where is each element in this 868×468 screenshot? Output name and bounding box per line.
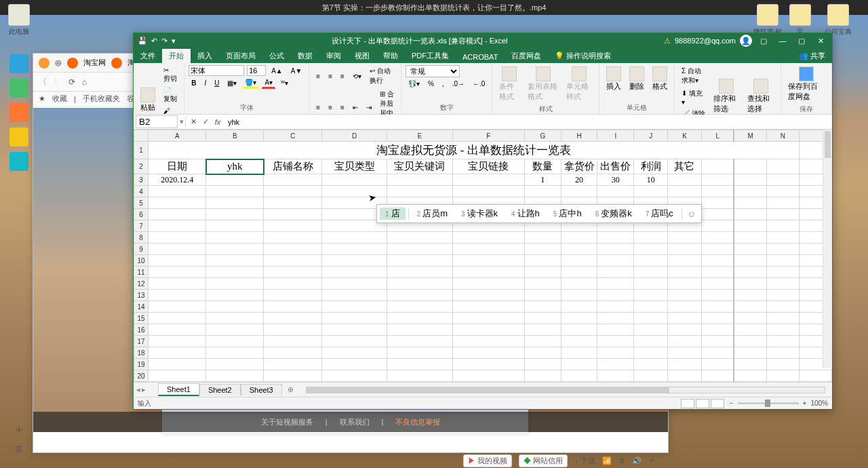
row-header[interactable]: 14 — [134, 301, 149, 313]
cell[interactable] — [734, 186, 766, 197]
ime-emoji-icon[interactable]: ☺ — [685, 209, 698, 219]
cell[interactable] — [264, 255, 322, 267]
cell[interactable] — [561, 359, 597, 370]
cell[interactable] — [452, 243, 524, 255]
ime-candidate[interactable]: 6变频器k — [590, 208, 637, 220]
cell[interactable] — [734, 313, 766, 324]
zoom-slider[interactable] — [738, 402, 799, 404]
row-header[interactable]: 8 — [134, 232, 149, 243]
cond-format-button[interactable]: 条件格式 — [496, 65, 522, 103]
cell[interactable] — [206, 209, 264, 220]
cell[interactable] — [561, 347, 597, 359]
cell[interactable] — [734, 209, 766, 220]
status-pill[interactable]: ▶ 我的视频 — [463, 454, 512, 467]
spreadsheet-grid[interactable]: ABCDEFGHIJKLMN1淘宝虚拟无货源 - 出单数据统计一览表2日期yhk… — [134, 130, 832, 382]
cell[interactable] — [597, 267, 634, 278]
row-header[interactable]: 1 — [134, 142, 149, 159]
phonetic-button[interactable]: ᵂ▾ — [278, 78, 291, 88]
row-header[interactable]: 15 — [134, 313, 149, 324]
cell[interactable] — [525, 347, 561, 359]
cell[interactable] — [597, 255, 634, 267]
cell[interactable] — [206, 290, 264, 301]
cell[interactable] — [264, 278, 322, 290]
desktop-icon-folder[interactable]: 公司宝典 — [822, 4, 854, 37]
status-icon[interactable]: 🔊 — [632, 456, 642, 465]
cell[interactable] — [668, 232, 702, 243]
cut-button[interactable]: ✂ 剪切 — [161, 65, 180, 85]
cell[interactable] — [734, 243, 766, 255]
cell[interactable] — [452, 290, 524, 301]
cell[interactable] — [264, 313, 322, 324]
cell[interactable] — [734, 347, 766, 359]
number-format-select[interactable]: 常规 — [406, 65, 460, 77]
cell[interactable] — [668, 347, 702, 359]
launcher-add[interactable]: + — [9, 421, 28, 440]
cell[interactable] — [668, 313, 702, 324]
cell[interactable] — [634, 347, 668, 359]
cell[interactable] — [668, 267, 702, 278]
cell[interactable] — [387, 324, 452, 336]
name-box[interactable] — [136, 115, 178, 128]
cell[interactable] — [734, 267, 766, 278]
save-icon[interactable]: 💾 — [138, 37, 147, 45]
cell[interactable] — [766, 278, 799, 290]
cell[interactable]: 宝贝链接 — [452, 159, 524, 174]
cell[interactable] — [525, 186, 561, 197]
cell[interactable]: 利润 — [634, 159, 668, 174]
align-right-icon[interactable]: ≡ — [338, 102, 347, 113]
cell[interactable] — [701, 243, 734, 255]
cell[interactable] — [452, 347, 524, 359]
cell[interactable] — [634, 186, 668, 197]
cell[interactable] — [766, 220, 799, 232]
cell[interactable]: 店铺名称 — [264, 159, 322, 174]
tab-help[interactable]: 帮助 — [376, 49, 405, 63]
cell[interactable] — [597, 359, 634, 370]
cell[interactable] — [561, 267, 597, 278]
cell[interactable] — [668, 359, 702, 370]
cell[interactable] — [387, 174, 452, 186]
cell[interactable] — [149, 197, 206, 209]
footer-link[interactable]: 关于短视频服务 — [261, 417, 313, 427]
cell[interactable] — [597, 370, 634, 382]
bold-button[interactable]: B — [189, 78, 199, 88]
cell[interactable] — [597, 313, 634, 324]
cell[interactable] — [525, 278, 561, 290]
cell[interactable] — [452, 301, 524, 313]
italic-button[interactable]: I — [201, 78, 209, 88]
wrap-text-button[interactable]: ↩ 自动换行 — [367, 65, 397, 87]
cell[interactable] — [322, 243, 387, 255]
cell[interactable] — [668, 324, 702, 336]
tab-pdf[interactable]: PDF工具集 — [405, 49, 456, 63]
cell[interactable] — [322, 301, 387, 313]
cell[interactable] — [766, 370, 799, 382]
account-avatar-icon[interactable]: 👤 — [740, 35, 752, 47]
cell[interactable] — [701, 324, 734, 336]
sheet-tab[interactable]: Sheet1 — [158, 383, 199, 396]
bookmark-item[interactable]: 收藏 — [52, 94, 67, 104]
cell[interactable]: 其它 — [668, 159, 702, 174]
cell[interactable] — [206, 370, 264, 382]
cell[interactable] — [525, 255, 561, 267]
cell[interactable] — [149, 336, 206, 347]
cell[interactable] — [387, 347, 452, 359]
cell[interactable] — [387, 243, 452, 255]
zoom-value[interactable]: 100% — [810, 399, 828, 407]
cell[interactable] — [597, 336, 634, 347]
orientation-icon[interactable]: ⟲▾ — [350, 71, 364, 81]
sheet-nav-prev-icon[interactable]: ◂ — [136, 385, 140, 394]
cell[interactable] — [799, 370, 831, 382]
cell[interactable] — [149, 313, 206, 324]
cell[interactable] — [766, 267, 799, 278]
cell[interactable] — [264, 324, 322, 336]
cell[interactable] — [264, 359, 322, 370]
cell[interactable] — [734, 359, 766, 370]
cell[interactable] — [322, 290, 387, 301]
cell[interactable] — [701, 267, 734, 278]
cell[interactable] — [206, 267, 264, 278]
view-normal-icon[interactable] — [681, 399, 694, 408]
row-header[interactable]: 11 — [134, 267, 149, 278]
cell[interactable] — [525, 243, 561, 255]
ime-candidate[interactable]: 2店员m — [412, 208, 453, 220]
cell[interactable] — [561, 336, 597, 347]
column-header[interactable]: G — [525, 130, 561, 142]
